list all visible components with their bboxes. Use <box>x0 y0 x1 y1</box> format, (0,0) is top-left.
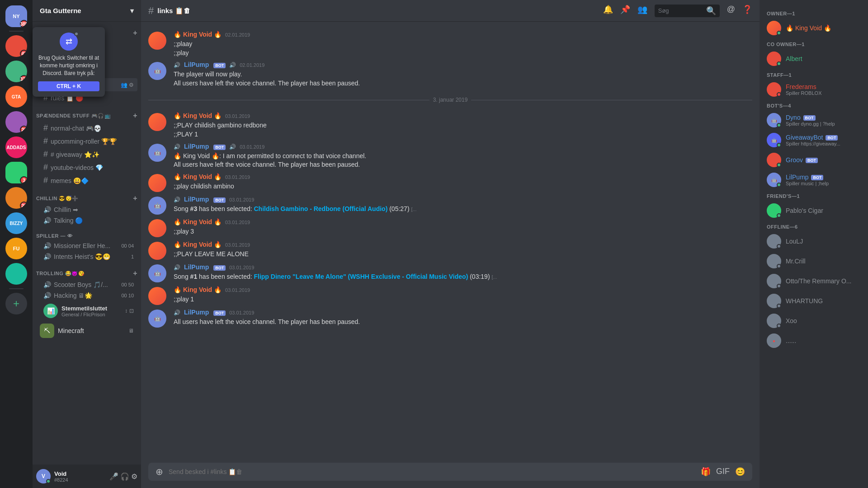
song-link-2[interactable]: Flipp Dinero "Leave Me Alone" (WSHH Excl… <box>254 273 468 280</box>
member-status: Spiller ROBLOX <box>786 90 821 96</box>
server-divider-2 <box>9 288 24 289</box>
voice-hacking[interactable]: 🔊 Hacking 🖥🌟 00 10 <box>36 290 137 301</box>
current-user-avatar: V <box>36 469 51 483</box>
server-icon-8[interactable]: 26 <box>5 187 27 209</box>
server-icon-6[interactable]: ADDADS <box>5 136 27 158</box>
server-header[interactable]: Gta Gutterne ▾ <box>33 0 141 22</box>
category-add-icon-2[interactable]: + <box>133 112 137 120</box>
voice-missioner[interactable]: 🔊 Missioner Eller He... 00 04 <box>36 240 137 251</box>
message-author: LilPump <box>184 309 209 316</box>
server-icon-4[interactable]: GTA <box>5 86 27 108</box>
help-icon[interactable]: ❓ <box>742 5 752 17</box>
message-row: 🔥 King Void 🔥 03.01.2019 ;;play 3 <box>141 216 760 239</box>
message-timestamp: 03.01.2019 <box>225 287 250 293</box>
add-attachment-icon[interactable]: ⊕ <box>156 466 163 477</box>
channel-giveaway[interactable]: # # giveaway ⭐✨ <box>36 148 137 161</box>
minecraft-item[interactable]: ⛏ Minecraft 🖥 <box>36 321 137 341</box>
server-badge-3: 325 <box>20 75 27 82</box>
member-unknown[interactable]: ● ...... <box>763 331 864 351</box>
mute-icon[interactable]: 🎤 <box>109 472 118 481</box>
member-giveawaybot[interactable]: 🤖 GiveawayBot BOT Spiller https://giveaw… <box>763 130 864 150</box>
avatar: 🤖 <box>767 173 781 187</box>
song-link[interactable]: Childish Gambino - Redbone (Official Aud… <box>254 205 387 212</box>
minecraft-screen-icon: 🖥 <box>128 328 134 334</box>
stemmetils-item[interactable]: 📊 Stemmetilsluttet General / FlicPrison … <box>36 301 137 321</box>
server-icon-3[interactable]: 325 <box>5 61 27 82</box>
voice-talking[interactable]: 🔊 Talking 🔵 <box>36 215 137 226</box>
voice-icon: 🔊 <box>43 292 51 299</box>
channel-upcomming-roller[interactable]: # upcomming-roller 🏆🏆 <box>36 135 137 148</box>
gif-icon[interactable]: GIF <box>716 467 730 477</box>
settings-icon[interactable]: ⚙ <box>131 472 137 481</box>
member-pablo[interactable]: Pablo's Cigar <box>763 201 864 221</box>
category-spiller[interactable]: SPILLER — 👁 <box>33 226 141 240</box>
search-input[interactable] <box>658 7 703 14</box>
member-albert[interactable]: Albert <box>763 49 864 69</box>
channel-memes[interactable]: # memes 😀🔷 <box>36 174 137 187</box>
voice-intents[interactable]: 🔊 Intents Heist's 😎😁 1 <box>36 251 137 262</box>
category-trolling[interactable]: TROLLING 😂😈😘 + <box>33 262 141 279</box>
hash-icon: # <box>43 176 48 185</box>
bot-badge: BOT <box>213 197 226 203</box>
member-otto[interactable]: Otto/The Remmary O... <box>763 271 864 291</box>
voice-icon: 🔊 <box>43 217 51 224</box>
server-icon-5[interactable]: 26 <box>5 111 27 133</box>
speaker-icon: 🔊 <box>174 264 180 271</box>
hash-icon: # <box>43 136 48 146</box>
disconnect-icon[interactable]: ↕ <box>125 308 127 314</box>
member-loulj[interactable]: LouLJ <box>763 231 864 251</box>
message-timestamp: 03.01.2019 <box>229 265 254 270</box>
member-xoo[interactable]: Xoo <box>763 311 864 331</box>
message-author: 🔥 King Void 🔥 <box>174 112 222 119</box>
channel-normal-chat[interactable]: # normal-chat 🎮💀 <box>36 122 137 135</box>
bell-icon[interactable]: 🔔 <box>603 5 613 17</box>
server-icon-9[interactable]: BIZZY <box>5 212 27 234</box>
member-name: Dyno BOT <box>786 114 835 121</box>
category-spaendende[interactable]: SPÆNDENDE STUFF 🎮🎧📺 + <box>33 104 141 122</box>
emoji-icon[interactable]: 😊 <box>735 467 745 477</box>
voice-chillin[interactable]: 🔊 Chillin ➡ <box>36 204 137 215</box>
server-icon-gta[interactable]: NY 388 <box>5 5 27 27</box>
messages-area: 🔥 King Void 🔥 02.01.2019 ;;plaay;;play 🤖… <box>141 22 760 455</box>
settings-icon[interactable]: ⊡ <box>129 308 134 314</box>
quick-switcher-shortcut[interactable]: CTRL + K <box>38 81 99 91</box>
voice-icon: 🔊 <box>43 242 51 249</box>
member-dyno[interactable]: 🤖 Dyno BOT Spiller dyno.gg | ?help <box>763 110 864 130</box>
pin-icon[interactable]: 📌 <box>620 5 630 17</box>
voice-icon: 🔊 <box>43 206 51 213</box>
category-add-icon[interactable]: + <box>133 29 137 37</box>
member-frederams[interactable]: Frederams Spiller ROBLOX <box>763 80 864 99</box>
speaker-icon: 🔊 <box>174 310 180 316</box>
gift-icon[interactable]: 🎁 <box>701 467 711 477</box>
member-whartung[interactable]: WHARTUNG <box>763 291 864 311</box>
message-text-input[interactable] <box>169 468 695 475</box>
server-icon-2[interactable]: 47 <box>5 35 27 57</box>
voice-scooter-boys[interactable]: 🔊 Scooter Boys 🎵/... 00 50 <box>36 279 137 290</box>
members-icon[interactable]: 👥 <box>637 5 647 17</box>
speaker-icon: 🔊 <box>174 197 180 203</box>
server-icon-7[interactable]: 3 <box>5 162 27 183</box>
avatar: 🤖 <box>148 62 166 80</box>
at-icon[interactable]: @ <box>727 5 735 17</box>
deafen-icon[interactable]: 🎧 <box>120 472 129 481</box>
member-groov[interactable]: Groov BOT <box>763 150 864 170</box>
category-chillin[interactable]: CHILLIN 😎😴➕ + <box>33 187 141 204</box>
server-icon-10[interactable]: FU <box>5 238 27 259</box>
member-name: Mr.Crill <box>786 258 806 265</box>
message-timestamp: 03.01.2019 <box>225 113 250 119</box>
message-text: 🔥 King Void 🔥: I am not permitted to con… <box>174 152 752 169</box>
chevron-down-icon: ▾ <box>130 7 134 15</box>
search-bar[interactable]: 🔍 <box>655 5 720 17</box>
status-dot <box>777 213 781 218</box>
server-icon-11[interactable] <box>5 263 27 285</box>
server-badge-2: 47 <box>20 50 27 57</box>
message-row: 🔥 King Void 🔥 02.01.2019 ;;plaay;;play <box>141 29 760 59</box>
add-server-button[interactable]: + <box>5 293 27 314</box>
category-add-icon-3[interactable]: + <box>133 194 137 202</box>
member-mrcrill[interactable]: Mr.Crill <box>763 251 864 271</box>
avatar: 🤖 <box>148 264 166 282</box>
member-lilpump[interactable]: 🤖 LilPump BOT Spiller music | ;help <box>763 170 864 190</box>
member-king-void[interactable]: 🔥 King Void 🔥 <box>763 18 864 38</box>
channel-youtube-videos[interactable]: # youtube-videos 💎 <box>36 161 137 174</box>
category-add-icon-4[interactable]: + <box>133 269 137 277</box>
